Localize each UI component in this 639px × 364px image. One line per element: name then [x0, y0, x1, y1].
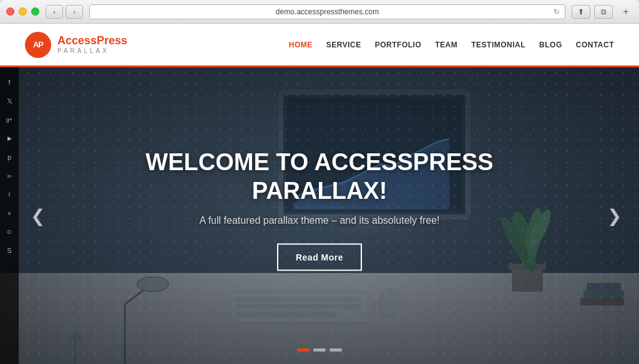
social-vimeo[interactable]: v: [1, 204, 18, 222]
nav-blog[interactable]: BLOG: [539, 41, 562, 49]
social-bar: f 𝕏 g+ ▶ p in t v ⊙ S: [0, 67, 19, 364]
nav-home[interactable]: HOME: [289, 41, 313, 49]
social-youtube[interactable]: ▶: [1, 130, 18, 147]
logo-icon: AP: [25, 32, 51, 58]
nav-service[interactable]: SERVICE: [326, 41, 361, 49]
social-instagram[interactable]: ⊙: [1, 223, 18, 241]
url-text: demo.accesspressthemes.com: [276, 7, 379, 16]
hero-subtitle: A full featured parallax theme – and its…: [132, 215, 507, 226]
social-facebook[interactable]: f: [1, 74, 18, 91]
carousel-dot-3[interactable]: [329, 348, 342, 352]
logo-text: AccessPress PARALLAX: [57, 35, 127, 54]
maximize-button[interactable]: [31, 7, 39, 16]
browser-titlebar: ‹ › demo.accesspressthemes.com ↻ ⬆ ⧉ +: [0, 0, 639, 24]
hero-cta-button[interactable]: Read More: [277, 244, 362, 271]
traffic-lights: [6, 7, 39, 16]
logo-sub: PARALLAX: [57, 47, 127, 54]
carousel-next-button[interactable]: ❯: [602, 203, 627, 228]
address-bar[interactable]: demo.accesspressthemes.com ↻: [89, 4, 565, 19]
back-button[interactable]: ‹: [46, 5, 63, 19]
site-nav: HOME SERVICE PORTFOLIO TEAM TESTIMONIAL …: [289, 41, 614, 49]
share-button[interactable]: ⬆: [572, 5, 590, 19]
nav-testimonial[interactable]: TESTIMONIAL: [471, 41, 525, 49]
new-tab-button[interactable]: +: [619, 5, 633, 19]
site-header: AP AccessPress PARALLAX HOME SERVICE POR…: [0, 24, 639, 67]
social-skype[interactable]: S: [1, 242, 18, 259]
social-twitter[interactable]: 𝕏: [1, 92, 18, 110]
logo-area[interactable]: AP AccessPress PARALLAX: [25, 32, 127, 58]
hero-title: WELCOME TO ACCESSPRESS PARALLAX!: [132, 148, 507, 205]
nav-team[interactable]: TEAM: [435, 41, 457, 49]
carousel-prev-button[interactable]: ❮: [25, 203, 50, 228]
website-content: AP AccessPress PARALLAX HOME SERVICE POR…: [0, 24, 639, 364]
browser-actions: ⬆ ⧉ +: [572, 5, 633, 19]
close-button[interactable]: [6, 7, 14, 16]
social-googleplus[interactable]: g+: [1, 111, 18, 128]
tabs-button[interactable]: ⧉: [594, 5, 613, 19]
browser-window: ‹ › demo.accesspressthemes.com ↻ ⬆ ⧉ + A…: [0, 0, 639, 364]
carousel-dot-2[interactable]: [313, 348, 326, 352]
browser-nav: ‹ ›: [46, 5, 83, 19]
social-pinterest[interactable]: p: [1, 148, 18, 166]
hero-content: WELCOME TO ACCESSPRESS PARALLAX! A full …: [132, 148, 507, 271]
nav-contact[interactable]: CONTACT: [576, 41, 614, 49]
forward-button[interactable]: ›: [66, 5, 83, 19]
carousel-dots: [297, 348, 342, 352]
minimize-button[interactable]: [19, 7, 27, 16]
hero-section:  f 𝕏 g+ ▶ p in t v ⊙: [0, 67, 639, 364]
nav-portfolio[interactable]: PORTFOLIO: [375, 41, 422, 49]
social-linkedin[interactable]: in: [1, 167, 18, 184]
refresh-icon[interactable]: ↻: [554, 7, 560, 16]
social-tumblr[interactable]: t: [1, 186, 18, 203]
carousel-dot-1[interactable]: [297, 348, 310, 352]
logo-name: AccessPress: [57, 35, 127, 47]
